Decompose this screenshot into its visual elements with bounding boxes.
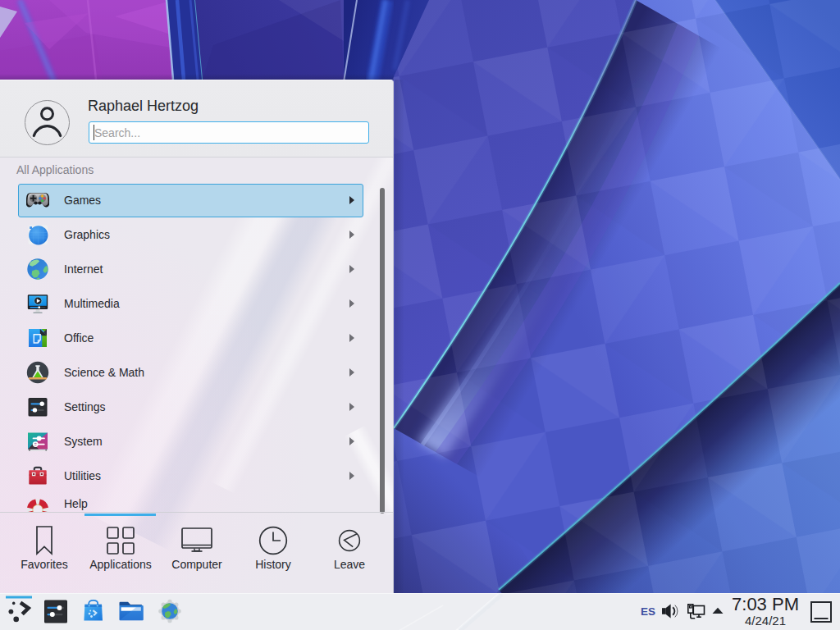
- svg-text:ES: ES: [641, 605, 655, 618]
